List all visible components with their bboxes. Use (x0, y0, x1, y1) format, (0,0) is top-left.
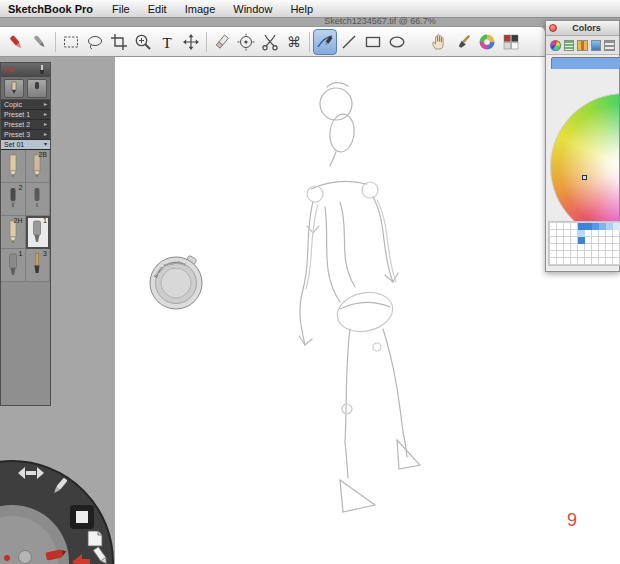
swatch-sets-tool[interactable] (499, 29, 523, 55)
document-title: Sketch1234567.tif @ 66.7% (230, 16, 530, 26)
color-wheel[interactable] (550, 93, 619, 221)
color-wheel-tool[interactable] (475, 29, 499, 55)
crop-icon (109, 32, 129, 52)
swatch-cell[interactable] (599, 223, 606, 230)
lasso-tool[interactable] (83, 29, 107, 55)
new-brush-button[interactable] (4, 79, 24, 98)
swatch-cell[interactable] (606, 223, 613, 230)
zoom-tool[interactable] (131, 29, 155, 55)
move-tool[interactable] (179, 29, 203, 55)
brush-mini-icon (37, 64, 47, 76)
brush-set-preset2[interactable]: Preset 2▸ (1, 120, 50, 130)
swatch-cell[interactable] (578, 230, 585, 237)
hand-icon (429, 32, 449, 52)
gray-puck-icon[interactable] (19, 551, 32, 564)
ellipse-icon (387, 32, 407, 52)
swatch-cell[interactable] (613, 223, 620, 230)
chevron-right-icon: ▸ (44, 130, 47, 139)
brush-cell[interactable]: 2H (1, 216, 26, 249)
corner-lagoon[interactable] (0, 444, 130, 564)
rect-select-icon (61, 32, 81, 52)
line-tool[interactable] (337, 29, 361, 55)
swatch-cell[interactable] (578, 223, 585, 230)
gray-brush-icon (30, 32, 50, 52)
airbrush-tool[interactable] (234, 29, 258, 55)
red-dot-icon[interactable] (4, 555, 10, 561)
command-shortcuts-tool[interactable]: ⌘ (282, 29, 306, 55)
brush-cell[interactable]: 2B (26, 150, 51, 183)
tab-color-wheel-icon[interactable] (550, 40, 561, 51)
brush-editor-tool[interactable] (451, 29, 475, 55)
brush-cell[interactable]: 2 (1, 183, 26, 216)
tab-sliders-icon[interactable] (564, 40, 575, 51)
swatch-cell[interactable] (592, 223, 599, 230)
chevron-down-icon: ▾ (44, 140, 47, 149)
tab-palette-icon[interactable] (577, 40, 588, 51)
brush-set-copic[interactable]: Copic▸ (1, 100, 50, 110)
close-icon[interactable] (549, 24, 557, 32)
airbrush-icon (236, 32, 256, 52)
brush-properties-puck[interactable]: Brush Properties (148, 255, 204, 311)
paintbrush-icon (453, 32, 473, 52)
rectangle-tool[interactable] (361, 29, 385, 55)
menu-image[interactable]: Image (176, 3, 225, 15)
brush-set-preset3[interactable]: Preset 3▸ (1, 130, 50, 140)
color-search-input[interactable] (551, 57, 620, 70)
swatch-sets-icon (501, 32, 521, 52)
new-page-icon[interactable] (88, 531, 102, 546)
tab-image-icon[interactable] (591, 40, 602, 51)
draw-style-tool[interactable] (313, 29, 337, 55)
text-tool[interactable]: T (155, 29, 179, 55)
tab-list-icon[interactable] (604, 40, 615, 51)
swatch-grid[interactable] (548, 221, 620, 266)
color-wheel-area (546, 69, 619, 221)
brush-set-preset1[interactable]: Preset 1▸ (1, 110, 50, 120)
lagoon-selected-tool[interactable] (70, 505, 94, 529)
pen-brush-icon (30, 186, 44, 212)
red-marker-tool[interactable] (4, 29, 28, 55)
brush-cell-selected[interactable]: 1 (26, 216, 51, 249)
lasso-icon (85, 32, 105, 52)
scissors-tool[interactable] (258, 29, 282, 55)
color-panel-tabs (546, 36, 619, 55)
rectangle-icon (363, 32, 383, 52)
eraser-icon (212, 32, 232, 52)
brush-panel-header (1, 63, 50, 77)
brush-cell[interactable]: 1 (1, 249, 26, 282)
brush-cell[interactable] (26, 183, 51, 216)
menu-help[interactable]: Help (281, 3, 322, 15)
menu-edit[interactable]: Edit (139, 3, 176, 15)
swatch-cell[interactable] (578, 237, 585, 244)
text-tool-icon: T (157, 32, 177, 52)
color-wheel-marker (582, 175, 587, 180)
rect-select-tool[interactable] (59, 29, 83, 55)
brush-palette-panel: Copic▸ Preset 1▸ Preset 2▸ Preset 3▸ Set… (0, 62, 51, 406)
menu-file[interactable]: File (103, 3, 139, 15)
menu-app-name[interactable]: SketchBook Pro (0, 3, 103, 15)
toolbar-separator (309, 32, 310, 52)
brush-panel-empty-area (1, 282, 50, 405)
chevron-right-icon: ▸ (44, 100, 47, 109)
toolbar-separator (55, 32, 56, 52)
toolbar: T ⌘ (0, 26, 546, 57)
menu-window[interactable]: Window (224, 3, 281, 15)
red-squiggle-icon (4, 65, 16, 75)
ellipse-tool[interactable] (385, 29, 409, 55)
brush-grid: 2B 2 2H 1 1 3 (1, 150, 50, 282)
edit-brush-button[interactable] (27, 79, 47, 98)
pen-mini-icon (31, 81, 43, 95)
brush-cell[interactable]: 3 (26, 249, 51, 282)
brush-set-set01[interactable]: Set 01▾ (1, 140, 50, 150)
eraser-tool[interactable] (210, 29, 234, 55)
chevron-right-icon: ▸ (44, 120, 47, 129)
chevron-right-icon: ▸ (44, 110, 47, 119)
pencil-mini-icon (9, 81, 19, 95)
brush-cell[interactable] (1, 150, 26, 183)
color-panel-title: Colors (557, 23, 616, 33)
pan-hand-tool[interactable] (427, 29, 451, 55)
crop-tool[interactable] (107, 29, 131, 55)
command-icon: ⌘ (284, 32, 304, 52)
swatch-cell[interactable] (585, 223, 592, 230)
gray-brush-tool[interactable] (28, 29, 52, 55)
toolbar-separator (206, 32, 207, 52)
